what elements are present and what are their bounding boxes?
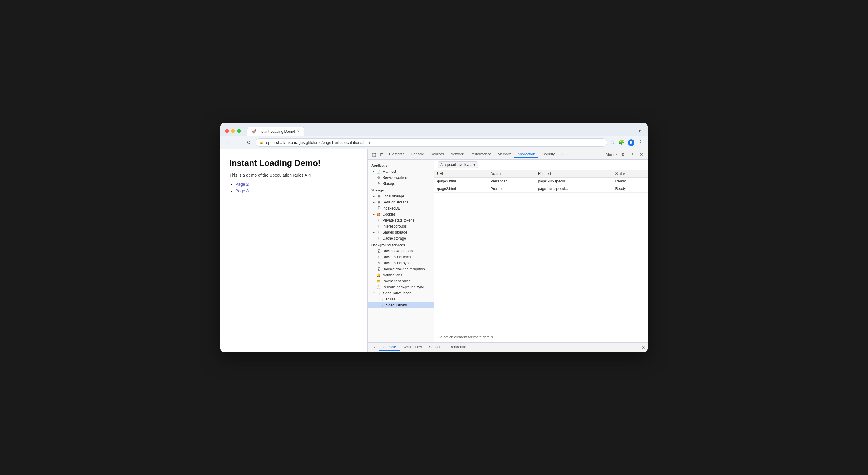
context-selector[interactable]: Main (606, 152, 614, 156)
bgf-icon: ↕ (376, 255, 381, 259)
tab-sources[interactable]: Sources (428, 151, 447, 158)
sidebar-item-notif-label: Notifications (382, 273, 402, 277)
shared-arrow: ▶ (373, 231, 375, 234)
tab-memory[interactable]: Memory (495, 151, 514, 158)
account-icon[interactable]: B (628, 139, 634, 146)
sidebar-item-bg-fetch[interactable]: ▶ ↕ Background fetch (368, 254, 434, 260)
address-bar[interactable]: 🔒 open-chalk-asparagus.glitch.me/page1-u… (255, 139, 607, 147)
maximize-traffic-light[interactable] (237, 129, 241, 133)
speculations-table: URL Action Rule set Status /page3.html P… (434, 170, 648, 192)
sidebar-item-payment[interactable]: ▶ 💳 Payment handler (368, 278, 434, 284)
row2-status: Ready (612, 185, 648, 192)
filter-dropdown[interactable]: All speculative loa... ▾ (438, 161, 478, 168)
row1-status: Ready (612, 178, 648, 185)
sidebar-item-notifications[interactable]: ▶ 🔔 Notifications (368, 272, 434, 278)
console-tab-whatsnew[interactable]: What's new (400, 344, 426, 351)
console-tab-sensors[interactable]: Sensors (426, 344, 446, 351)
refresh-button[interactable]: ↺ (246, 139, 252, 147)
sidebar-item-shared-label: Shared storage (382, 230, 407, 235)
bookmark-icon[interactable]: ☆ (610, 139, 615, 146)
sidebar-item-speculations[interactable]: ▶ ↕ Speculations (368, 302, 434, 308)
tab-network[interactable]: Network (447, 151, 467, 158)
context-chevron[interactable]: ▾ (616, 152, 617, 156)
sidebar-item-service-workers[interactable]: ▶ ⚙ Service workers (368, 175, 434, 181)
tab-console[interactable]: Console (408, 151, 427, 158)
tab-performance[interactable]: Performance (467, 151, 494, 158)
col-ruleset: Rule set (535, 170, 613, 178)
sidebar-item-storage-label: Storage (382, 181, 395, 186)
ls-arrow: ▶ (373, 195, 375, 198)
bt-icon: 🗄 (376, 267, 381, 271)
inspect-element-button[interactable]: ⬚ (370, 151, 378, 158)
sidebar-item-interest-groups[interactable]: ▶ 🗄 Interest groups (368, 224, 434, 229)
sidebar-item-bg-sync[interactable]: ▶ ↻ Background sync (368, 260, 434, 266)
title-bar: 🚀 Instant Loading Demo! ✕ + ▾ (220, 123, 648, 136)
sidebar-item-sw-label: Service workers (382, 176, 408, 180)
sidebar-item-local-storage[interactable]: ▶ ⊞ Local storage (368, 193, 434, 199)
sidebar-item-cookies[interactable]: ▶ 🍪 Cookies (368, 211, 434, 217)
tab-application[interactable]: Application (514, 151, 538, 158)
sl-icon: ↕ (377, 291, 381, 295)
tab-elements[interactable]: Elements (386, 151, 407, 158)
sidebar-item-bounce-tracking[interactable]: ▶ 🗄 Bounce tracking mitigation (368, 266, 434, 272)
filter-label: All speculative loa... (440, 162, 472, 167)
more-options-button[interactable]: ⋮ (628, 151, 636, 158)
console-close-button[interactable]: ✕ (642, 345, 645, 350)
sidebar-item-session-storage[interactable]: ▶ ⊞ Session storage (368, 199, 434, 205)
nav-bar: ← → ↺ 🔒 open-chalk-asparagus.glitch.me/p… (220, 136, 648, 149)
sidebar-item-speculative-loads[interactable]: ▼ ↕ Speculative loads (368, 290, 434, 296)
new-tab-button[interactable]: + (305, 126, 314, 136)
devtools-sidebar: Application ▶ 📄 Manifest ▶ ⚙ Service wor… (368, 159, 434, 342)
settings-button[interactable]: ⚙ (619, 151, 627, 158)
browser-menu-icon[interactable]: ⋮ (638, 139, 643, 146)
page-link-1[interactable]: Page 2 (235, 182, 249, 187)
console-tab-console[interactable]: Console (379, 344, 400, 351)
rules-icon: ↕ (380, 297, 384, 301)
sidebar-item-rules[interactable]: ▶ ↕ Rules (368, 296, 434, 302)
minimize-traffic-light[interactable] (231, 129, 235, 133)
spec-icon: ↕ (380, 303, 384, 307)
tab-security[interactable]: Security (539, 151, 558, 158)
back-button[interactable]: ← (225, 139, 232, 147)
sidebar-item-storage-top[interactable]: ▶ 🗄 Storage (368, 181, 434, 187)
window-controls[interactable]: ▾ (637, 126, 643, 136)
sidebar-item-cookies-label: Cookies (382, 212, 396, 216)
col-url: URL (434, 170, 488, 178)
row1-action: Prerender (488, 178, 535, 185)
close-traffic-light[interactable] (225, 129, 229, 133)
sidebar-item-indexeddb[interactable]: ▶ 🗄 IndexedDB (368, 205, 434, 211)
main-area: Instant Loading Demo! This is a demo of … (220, 149, 648, 352)
sidebar-item-shared-storage[interactable]: ▶ 🗄 Shared storage (368, 229, 434, 235)
console-menu-icon[interactable]: ⋮ (370, 345, 379, 350)
table-row[interactable]: /page3.html Prerender page1-url-specul..… (434, 178, 648, 185)
console-tab-rendering[interactable]: Rendering (446, 344, 470, 351)
sidebar-item-cache-storage[interactable]: ▶ 🗄 Cache storage (368, 235, 434, 241)
tab-close-button[interactable]: ✕ (297, 129, 300, 133)
sidebar-item-private-state[interactable]: ▶ 🗄 Private state tokens (368, 217, 434, 224)
tab-more[interactable]: » (558, 151, 566, 158)
webpage: Instant Loading Demo! This is a demo of … (220, 149, 368, 352)
ps-icon: 🕐 (376, 285, 381, 289)
panel-toolbar: All speculative loa... ▾ (434, 159, 648, 170)
ss-icon: ⊞ (376, 201, 381, 204)
ls-icon: ⊞ (376, 195, 381, 198)
close-devtools-button[interactable]: ✕ (638, 151, 645, 158)
manifest-icon: 📄 (376, 170, 381, 174)
sidebar-item-idb-label: IndexedDB (382, 206, 400, 210)
sidebar-item-bfcache[interactable]: ▶ 🗄 Back/forward cache (368, 248, 434, 254)
device-toggle-button[interactable]: ⊡ (378, 151, 385, 158)
sidebar-item-bgs-label: Background sync (382, 261, 410, 265)
forward-button[interactable]: → (235, 139, 243, 147)
table-row[interactable]: /page2.html Prerender page1-url-specul..… (434, 185, 648, 192)
traffic-lights (225, 129, 241, 133)
sidebar-item-sl-label: Speculative loads (383, 291, 411, 295)
tab-favicon: 🚀 (252, 129, 256, 133)
sidebar-item-manifest[interactable]: ▶ 📄 Manifest (368, 169, 434, 175)
ss-arrow: ▶ (373, 201, 375, 204)
active-tab[interactable]: 🚀 Instant Loading Demo! ✕ (247, 127, 304, 136)
devtools-body: Application ▶ 📄 Manifest ▶ ⚙ Service wor… (368, 159, 648, 342)
sidebar-item-periodic-sync[interactable]: ▶ 🕐 Periodic background sync (368, 284, 434, 290)
sidebar-item-pay-label: Payment handler (382, 279, 410, 283)
page-link-2[interactable]: Page 3 (235, 188, 249, 193)
extensions-icon[interactable]: 🧩 (618, 139, 624, 146)
